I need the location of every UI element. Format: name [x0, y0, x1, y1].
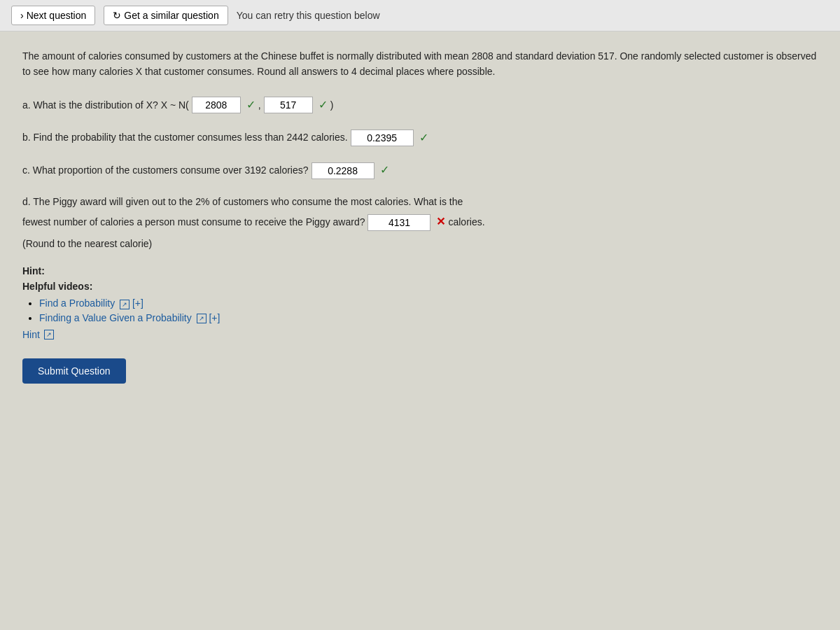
get-similar-question-button[interactable]: ↻ Get a similar question [104, 6, 227, 25]
video-item-2: Finding a Value Given a Probability ↗ [+… [39, 312, 818, 323]
similar-question-label: Get a similar question [124, 10, 218, 21]
part-d-line1: d. The Piggy award will given out to the… [22, 193, 818, 211]
part-d-text1: d. The Piggy award will given out to the… [22, 193, 463, 211]
part-b-input[interactable] [351, 130, 414, 146]
part-b: b. Find the probability that the custome… [22, 128, 818, 148]
checkmark-b: ✓ [419, 128, 428, 148]
next-question-button[interactable]: › Next question [11, 6, 95, 25]
hint-section: Hint: Helpful videos: Find a Probability… [22, 265, 818, 340]
finding-value-label: Finding a Value Given a Probability [39, 312, 192, 323]
hint-label: Hint: [22, 265, 818, 276]
main-content: The amount of calories consumed by custo… [0, 31, 840, 630]
hint-link-label: Hint [22, 329, 40, 340]
video-list: Find a Probability ↗ [+] Finding a Value… [22, 298, 818, 323]
video-item-1: Find a Probability ↗ [+] [39, 298, 818, 309]
part-b-label: b. Find the probability that the custome… [22, 129, 348, 146]
closing-paren: ) [330, 97, 334, 114]
part-d: d. The Piggy award will given out to the… [22, 193, 818, 253]
part-a: a. What is the distribution of X? X ~ N(… [22, 95, 818, 115]
part-a-label: a. What is the distribution of X? X ~ N( [22, 97, 189, 114]
video2-expand[interactable]: [+] [209, 312, 220, 323]
hint-link[interactable]: Hint ↗ [22, 329, 818, 340]
checkmark-a-sd: ✓ [318, 95, 328, 115]
checkmark-a-mean: ✓ [246, 95, 255, 115]
submit-question-button[interactable]: Submit Question [22, 358, 126, 384]
external-link-icon-2: ↗ [197, 314, 206, 323]
x-mark-d: ✕ [436, 212, 445, 232]
video1-expand[interactable]: [+] [132, 298, 144, 309]
top-bar: › Next question ↻ Get a similar question… [0, 0, 840, 31]
next-arrow-icon: › [20, 10, 24, 21]
hint-external-icon: ↗ [44, 330, 54, 340]
retry-text: You can retry this question below [237, 10, 380, 21]
part-d-input[interactable] [368, 214, 430, 231]
external-link-icon-1: ↗ [120, 300, 130, 309]
next-question-label: Next question [27, 10, 87, 21]
part-d-line3: (Round to the nearest calorie) [22, 235, 818, 253]
part-d-unit: calories. [448, 214, 484, 231]
find-probability-link[interactable]: Find a Probability ↗ [+] [39, 298, 144, 309]
refresh-icon: ↻ [113, 10, 121, 21]
comma-separator: , [258, 97, 261, 114]
submit-label: Submit Question [38, 365, 111, 377]
checkmark-c: ✓ [380, 160, 389, 181]
question-intro: The amount of calories consumed by custo… [22, 48, 818, 80]
part-d-line2: fewest number of calories a person must … [22, 212, 818, 232]
part-a-sd-input[interactable] [264, 97, 313, 113]
helpful-videos-label: Helpful videos: [22, 281, 818, 292]
finding-value-link[interactable]: Finding a Value Given a Probability ↗ [+… [39, 312, 220, 323]
part-c: c. What proportion of the customers cons… [22, 160, 818, 181]
find-probability-label: Find a Probability [39, 298, 115, 309]
part-d-text2: fewest number of calories a person must … [22, 214, 365, 231]
part-a-mean-input[interactable] [192, 97, 241, 113]
part-c-input[interactable] [312, 162, 374, 179]
part-c-label: c. What proportion of the customers cons… [22, 162, 309, 179]
